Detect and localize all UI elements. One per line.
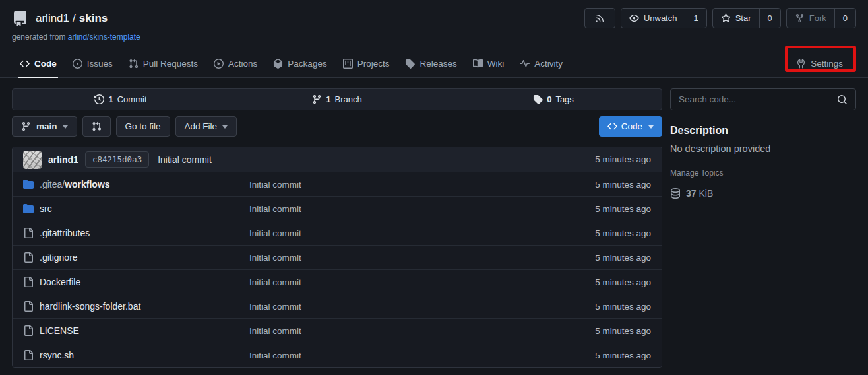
file-commit-time: 5 minutes ago <box>595 326 651 336</box>
commits-count: 1 <box>108 94 113 104</box>
description-heading: Description <box>670 125 856 137</box>
file-commit-time: 5 minutes ago <box>595 302 651 312</box>
file-commit-message[interactable]: Initial commit <box>249 204 595 214</box>
tab-activity[interactable]: Activity <box>512 52 571 77</box>
table-row: .gitattributes Initial commit 5 minutes … <box>13 221 662 245</box>
file-name-link[interactable]: hardlink-songs-folder.bat <box>40 301 140 312</box>
file-name-link[interactable]: .gitattributes <box>40 228 90 238</box>
file-name-link[interactable]: .gitea/workflows <box>40 179 110 189</box>
file-commit-time: 5 minutes ago <box>595 277 651 287</box>
folder-icon <box>23 203 34 214</box>
tags-stat[interactable]: 0 Tags <box>445 89 662 110</box>
commits-stat[interactable]: 1 Commit <box>13 89 229 110</box>
tab-pull-requests[interactable]: Pull Requests <box>121 52 206 77</box>
branches-stat[interactable]: 1 Branch <box>229 89 445 110</box>
commit-message[interactable]: Initial commit <box>158 154 212 165</box>
fork-button[interactable]: Fork <box>787 9 834 28</box>
folder-icon <box>23 179 34 189</box>
file-name-link[interactable]: rsync.sh <box>40 350 74 360</box>
file-name-link[interactable]: LICENSE <box>40 325 79 336</box>
branches-count: 1 <box>326 94 330 104</box>
repo-size-value: 37 <box>686 188 697 199</box>
star-button[interactable]: Star <box>713 9 759 28</box>
code-download-button[interactable]: Code <box>599 116 662 137</box>
tab-packages-label: Packages <box>288 59 326 69</box>
repo-main: 1 Commit 1 Branch 0 Tags <box>12 88 662 368</box>
file-icon <box>23 228 34 238</box>
rss-feed-button[interactable] <box>584 8 615 28</box>
tab-releases[interactable]: Releases <box>397 52 464 77</box>
tab-settings[interactable]: Settings <box>788 52 851 77</box>
tab-code-label: Code <box>34 59 57 69</box>
issue-icon <box>73 59 82 69</box>
repo-title: arlind1/skins <box>12 8 140 26</box>
repo-sidebar: Description No description provided Mana… <box>670 88 856 368</box>
file-commit-time: 5 minutes ago <box>595 180 651 189</box>
file-name-link[interactable]: src <box>40 203 52 214</box>
template-link[interactable]: arlind/skins-template <box>68 32 140 42</box>
file-commit-message[interactable]: Initial commit <box>249 351 595 360</box>
tab-actions-label: Actions <box>228 59 257 69</box>
tags-count: 0 <box>547 94 551 104</box>
unwatch-label: Unwatch <box>644 13 677 23</box>
table-row: src Initial commit 5 minutes ago <box>13 196 662 221</box>
search-input[interactable] <box>671 89 828 110</box>
project-icon <box>343 59 353 69</box>
star-button-group: Star 0 <box>712 8 781 28</box>
tab-issues[interactable]: Issues <box>65 52 121 77</box>
branch-name: main <box>36 121 57 131</box>
generated-from-text: generated from <box>12 32 65 42</box>
file-table: arlind1 c84215d0a3 Initial commit 5 minu… <box>12 147 662 368</box>
file-name-link[interactable]: .gitignore <box>40 252 78 263</box>
tab-settings-label: Settings <box>811 59 843 69</box>
commit-author[interactable]: arlind1 <box>48 154 78 165</box>
watchers-count[interactable]: 1 <box>685 9 706 28</box>
search-button[interactable] <box>828 89 855 110</box>
book-icon <box>473 59 483 69</box>
repo-stats-bar: 1 Commit 1 Branch 0 Tags <box>12 88 662 110</box>
rss-icon <box>595 13 605 23</box>
commits-label: Commit <box>117 94 147 104</box>
tab-pull-requests-label: Pull Requests <box>143 59 198 69</box>
tag-icon <box>533 94 543 104</box>
repo-owner-link[interactable]: arlind1 <box>36 12 69 24</box>
file-commit-message[interactable]: Initial commit <box>249 228 595 238</box>
table-row: rsync.sh Initial commit 5 minutes ago <box>13 343 662 367</box>
table-row: LICENSE Initial commit 5 minutes ago <box>13 318 662 343</box>
tab-actions[interactable]: Actions <box>206 52 265 77</box>
file-commit-message[interactable]: Initial commit <box>249 277 595 287</box>
commit-sha[interactable]: c84215d0a3 <box>85 151 149 168</box>
tags-label: Tags <box>555 94 573 104</box>
file-commit-time: 5 minutes ago <box>595 228 651 238</box>
branches-label: Branch <box>335 94 362 104</box>
pulse-icon <box>520 59 530 69</box>
forks-count[interactable]: 0 <box>834 9 855 28</box>
stars-count[interactable]: 0 <box>759 9 780 28</box>
branch-selector[interactable]: main <box>12 116 77 137</box>
file-commit-message[interactable]: Initial commit <box>249 180 595 189</box>
tab-wiki[interactable]: Wiki <box>465 52 512 77</box>
file-commit-message[interactable]: Initial commit <box>249 253 595 263</box>
table-row: hardlink-songs-folder.bat Initial commit… <box>13 294 662 318</box>
tab-projects[interactable]: Projects <box>335 52 398 77</box>
repo-name-link[interactable]: skins <box>79 12 108 24</box>
file-commit-message[interactable]: Initial commit <box>249 326 595 336</box>
file-commit-message[interactable]: Initial commit <box>249 302 595 312</box>
chevron-down-icon <box>63 125 68 129</box>
star-label: Star <box>735 13 751 23</box>
manage-topics-link[interactable]: Manage Topics <box>670 168 856 178</box>
add-file-button[interactable]: Add File <box>175 116 237 137</box>
go-to-file-button[interactable]: Go to file <box>116 116 170 137</box>
file-commit-time: 5 minutes ago <box>595 351 651 360</box>
compare-button[interactable] <box>82 116 111 137</box>
unwatch-button[interactable]: Unwatch <box>621 9 685 28</box>
tab-code[interactable]: Code <box>12 52 65 77</box>
code-icon <box>607 121 617 131</box>
watch-button-group: Unwatch 1 <box>621 8 707 28</box>
repo-actions: Unwatch 1 Star 0 Fork <box>584 8 856 28</box>
tab-projects-label: Projects <box>357 59 390 69</box>
avatar[interactable] <box>23 151 42 169</box>
tab-packages[interactable]: Packages <box>265 52 334 77</box>
file-commit-time: 5 minutes ago <box>595 204 651 214</box>
file-name-link[interactable]: Dockerfile <box>40 277 80 287</box>
